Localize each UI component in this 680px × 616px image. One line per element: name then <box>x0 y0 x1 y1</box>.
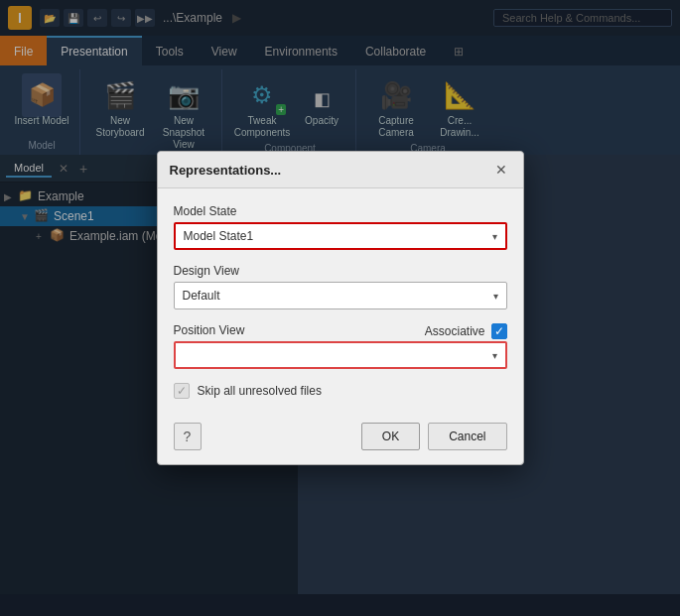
model-state-value: Model State1 <box>184 229 492 243</box>
dialog-overlay: Representations... ✕ Model State Model S… <box>0 0 680 616</box>
skip-unresolved-row: ✓ Skip all unresolved files <box>174 383 507 399</box>
design-view-dropdown[interactable]: Default ▾ <box>174 282 507 309</box>
position-view-dropdown[interactable]: ▾ <box>174 341 507 369</box>
position-view-section: Position View Associative ✓ ▾ <box>174 323 507 369</box>
model-state-dropdown[interactable]: Model State1 ▾ <box>174 222 507 250</box>
design-view-value: Default <box>183 289 493 303</box>
position-view-label: Position View <box>174 323 245 337</box>
skip-unresolved-checkbox: ✓ <box>174 383 190 399</box>
position-view-header-row: Position View Associative ✓ <box>174 323 507 341</box>
associative-row: Associative ✓ <box>425 323 507 339</box>
model-state-arrow-icon: ▾ <box>492 231 497 242</box>
position-view-arrow-icon: ▾ <box>492 350 497 361</box>
skip-unresolved-label: Skip all unresolved files <box>198 384 322 398</box>
model-state-label: Model State <box>174 204 507 218</box>
dialog-footer: ? OK Cancel <box>158 415 523 464</box>
design-view-arrow-icon: ▾ <box>493 291 498 302</box>
model-state-field: Model State Model State1 ▾ <box>174 204 507 250</box>
design-view-field: Design View Default ▾ <box>174 264 507 309</box>
associative-checkbox[interactable]: ✓ <box>491 323 507 339</box>
dialog-close-button[interactable]: ✕ <box>491 160 511 180</box>
cancel-button[interactable]: Cancel <box>428 423 506 450</box>
help-button[interactable]: ? <box>174 423 202 450</box>
design-view-label: Design View <box>174 264 507 278</box>
ok-button[interactable]: OK <box>361 423 420 450</box>
dialog-titlebar: Representations... ✕ <box>158 152 523 188</box>
dialog-body: Model State Model State1 ▾ Design View D… <box>158 188 523 415</box>
associative-label: Associative <box>425 324 485 338</box>
dialog-title: Representations... <box>170 163 491 178</box>
representations-dialog: Representations... ✕ Model State Model S… <box>157 151 524 465</box>
